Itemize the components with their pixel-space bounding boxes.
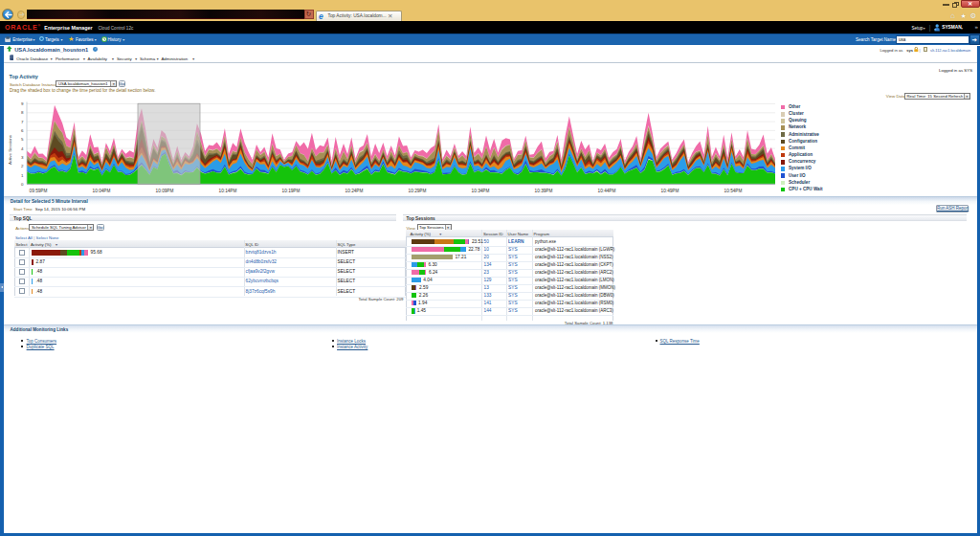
svg-text:4: 4 [21,146,24,151]
svg-text:1: 1 [21,173,24,178]
svg-text:10:34PM: 10:34PM [472,189,490,193]
svg-text:10:19PM: 10:19PM [282,189,301,193]
svg-text:10:54PM: 10:54PM [724,189,743,193]
svg-text:10:09PM: 10:09PM [156,189,174,193]
svg-text:Active Sessions: Active Sessions [8,134,12,165]
svg-text:10:44PM: 10:44PM [598,189,616,193]
svg-text:10:04PM: 10:04PM [93,189,111,193]
svg-text:7: 7 [21,120,24,124]
svg-text:9: 9 [21,101,24,106]
svg-text:5: 5 [21,137,24,142]
svg-text:8: 8 [21,110,24,115]
svg-text:10:49PM: 10:49PM [661,189,679,193]
svg-text:2: 2 [21,164,24,168]
svg-text:3: 3 [21,155,24,160]
svg-text:10:24PM: 10:24PM [345,189,364,193]
svg-text:10:29PM: 10:29PM [409,189,427,193]
svg-text:0: 0 [21,182,24,187]
svg-text:10:39PM: 10:39PM [535,189,553,193]
svg-text:10:14PM: 10:14PM [219,189,237,193]
svg-text:6: 6 [21,128,24,133]
svg-text:09:59PM: 09:59PM [30,189,48,193]
